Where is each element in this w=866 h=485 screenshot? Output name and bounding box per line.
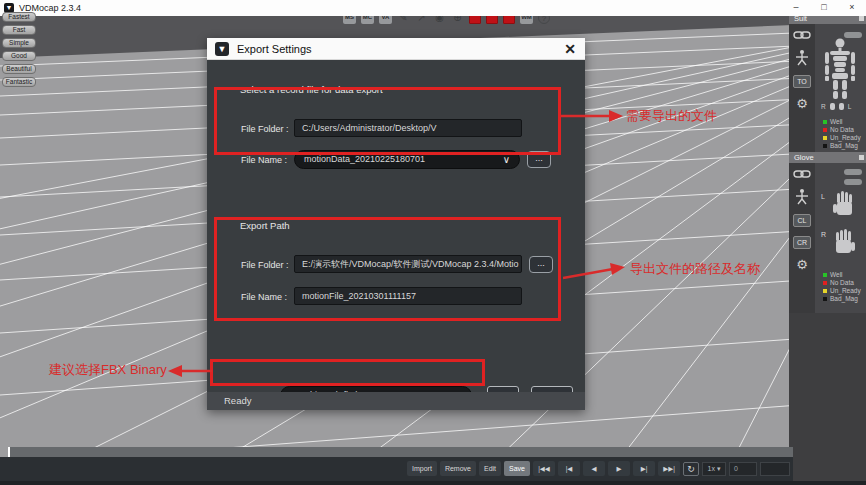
caret-down-icon: ▾	[717, 465, 721, 472]
status-dot-badmag	[823, 144, 827, 148]
app-window: ▼ VDMocap 2.3.4 – □ × MS MC VA ✎ ↗ ◉ ⊕ W…	[0, 0, 866, 485]
dialog-title: Export Settings	[237, 43, 312, 55]
skip-end-icon[interactable]: ▶▶|	[658, 461, 680, 476]
left-hand-figure[interactable]	[831, 191, 857, 221]
legend-item: Un_Ready	[823, 134, 861, 141]
annotation-box-export	[214, 217, 561, 321]
legend-item: No Data	[823, 126, 861, 133]
status-dot-nodata	[823, 128, 827, 132]
slider-handle[interactable]	[844, 169, 862, 175]
collapse-handle-icon[interactable]	[859, 16, 864, 21]
play-backward-icon[interactable]: ◀	[583, 461, 605, 476]
to-button[interactable]: TO	[793, 75, 811, 88]
quality-button-beautiful[interactable]: Beautiful	[2, 64, 36, 74]
restore-button[interactable]: □	[810, 0, 838, 16]
gear-icon[interactable]: ⚙	[796, 258, 808, 271]
minimize-button[interactable]: –	[782, 0, 810, 16]
legend-item: Well	[823, 118, 861, 125]
suit-panel-content: R L Well No Data Un_Ready Bad_Mag	[815, 24, 866, 152]
legend-item: Un_Ready	[823, 287, 861, 294]
legend-item: Bad_Mag	[823, 142, 861, 149]
status-dot-nodata	[823, 281, 827, 285]
dialog-close-icon[interactable]: ✕	[564, 42, 576, 56]
glove-panel-header[interactable]: Glove	[789, 152, 866, 163]
annotation-note-record: 需要导出的文件	[626, 107, 717, 125]
quality-button-fast[interactable]: Fast	[2, 25, 36, 35]
annotation-arrow-filetype	[168, 362, 212, 380]
glove-icon-column: CL CR ⚙	[789, 163, 815, 313]
annotation-box-record	[214, 87, 561, 155]
suit-icon-column: TO ⚙	[789, 24, 815, 152]
quality-buttons: Fastest Fast Simple Good Beautiful Fanta…	[2, 12, 36, 90]
quality-button-fantastic[interactable]: Fantastic	[2, 77, 36, 87]
record-name-label: File Name :	[241, 155, 287, 165]
annotation-box-filetype	[210, 359, 485, 386]
annotation-arrow-record	[561, 106, 625, 126]
link-icon[interactable]	[793, 169, 811, 179]
quality-button-good[interactable]: Good	[2, 51, 36, 61]
slider-handle[interactable]	[844, 179, 862, 185]
step-forward-icon[interactable]: ▶|	[633, 461, 655, 476]
step-back-icon[interactable]: |◀	[558, 461, 580, 476]
right-hand-label: R	[821, 231, 826, 238]
skip-start-icon[interactable]: |◀◀	[533, 461, 555, 476]
frame-input[interactable]: 0	[729, 462, 757, 476]
transport-toolbar: Import Remove Edit Save |◀◀ |◀ ◀ ▶ ▶| ▶▶…	[0, 457, 793, 481]
window-controls: – □ ×	[782, 0, 866, 16]
glove-panel-title: Glove	[794, 153, 814, 162]
status-dot-well	[823, 120, 827, 124]
left-foot-label: L	[848, 103, 852, 110]
play-forward-icon[interactable]: ▶	[608, 461, 630, 476]
glove-panel-body: CL CR ⚙ L R	[789, 163, 866, 313]
save-button[interactable]: Save	[504, 461, 530, 476]
speed-dropdown[interactable]: 1x ▾	[702, 462, 726, 476]
transport-cluster: Import Remove Edit Save |◀◀ |◀ ◀ ▶ ▶| ▶▶…	[407, 461, 790, 476]
loop-icon[interactable]: ↻	[683, 462, 699, 476]
left-foot-icon[interactable]	[839, 103, 844, 110]
glove-panel-content: L R Well	[815, 163, 866, 313]
legend-item: Well	[823, 271, 861, 278]
body-figure[interactable]	[822, 38, 858, 100]
quality-button-fastest[interactable]: Fastest	[2, 12, 36, 22]
quality-button-simple[interactable]: Simple	[2, 38, 36, 48]
link-icon[interactable]	[793, 30, 811, 40]
glove-legend: Well No Data Un_Ready Bad_Mag	[823, 271, 861, 303]
annotation-note-export: 导出文件的路径及名称	[630, 260, 760, 278]
remove-button[interactable]: Remove	[440, 461, 476, 476]
dialog-status-bar: Ready	[207, 392, 585, 410]
frame-total-input[interactable]	[760, 462, 790, 476]
playhead-marker[interactable]	[8, 447, 10, 457]
right-sidebar: Suit TO ⚙	[789, 13, 866, 485]
calibrate-pose-icon[interactable]	[795, 188, 809, 205]
timeline-track[interactable]	[8, 447, 793, 457]
status-dot-unready	[823, 136, 827, 140]
right-hand-figure[interactable]	[831, 229, 857, 259]
right-foot-label: R	[821, 103, 826, 110]
dialog-logo-icon: ▼	[215, 42, 229, 56]
annotation-arrow-export	[563, 258, 627, 284]
status-dot-well	[823, 273, 827, 277]
annotation-note-filetype: 建议选择FBX Binary	[49, 361, 167, 379]
right-foot-icon[interactable]	[830, 103, 835, 110]
close-button[interactable]: ×	[838, 0, 866, 16]
collapse-handle-icon[interactable]	[859, 155, 864, 160]
feet-row: R L	[821, 103, 851, 110]
titlebar: ▼ VDMocap 2.3.4 – □ ×	[0, 0, 866, 16]
suit-legend: Well No Data Un_Ready Bad_Mag	[823, 118, 861, 150]
cr-button[interactable]: CR	[793, 236, 811, 249]
edit-button[interactable]: Edit	[479, 461, 501, 476]
calibrate-pose-icon[interactable]	[795, 49, 809, 66]
import-button[interactable]: Import	[407, 461, 437, 476]
speed-value: 1x	[708, 465, 715, 472]
status-dot-badmag	[823, 297, 827, 301]
bottom-edge-strip	[0, 481, 866, 485]
legend-item: Bad_Mag	[823, 295, 861, 302]
suit-panel-body: TO ⚙	[789, 24, 866, 152]
sidebar-filler	[789, 313, 866, 485]
left-hand-label: L	[821, 193, 825, 200]
dialog-header[interactable]: ▼ Export Settings ✕	[207, 38, 585, 60]
cl-button[interactable]: CL	[793, 214, 811, 227]
legend-item: No Data	[823, 279, 861, 286]
record-name-value: motionData_20210225180701	[304, 154, 425, 164]
gear-icon[interactable]: ⚙	[796, 97, 808, 110]
